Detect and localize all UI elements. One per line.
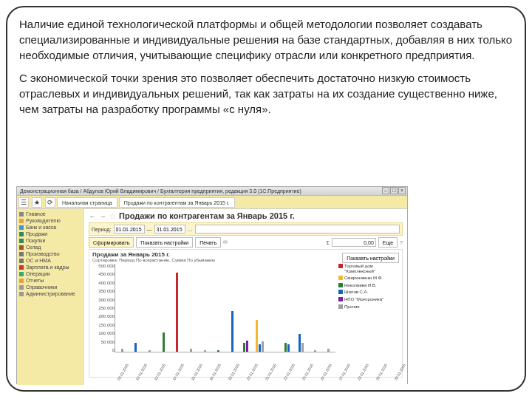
favorite-icon[interactable]: ☆ xyxy=(109,212,116,220)
menu-icon[interactable]: ☰ xyxy=(18,197,29,208)
bar-column xyxy=(267,264,281,352)
building-icon xyxy=(19,259,24,263)
tab-report[interactable]: Продажи по контрагентам за Январь 2015 г… xyxy=(119,197,235,208)
sidebar-item-cart[interactable]: Продажи xyxy=(19,231,81,237)
legend-color-icon xyxy=(338,264,343,268)
legend-item: НПО "Монтроника" xyxy=(338,297,399,302)
legend-color-icon xyxy=(338,290,343,294)
bar xyxy=(149,350,151,352)
sidebar-item-basket[interactable]: Покупки xyxy=(19,237,81,244)
bar xyxy=(301,343,304,352)
chart-settings-button[interactable]: Показать настройки xyxy=(342,253,399,263)
y-axis: 500 000450 000400 000350 000300 000250 0… xyxy=(92,264,115,352)
legend-item: Шилов С.А. xyxy=(338,290,399,295)
close-icon[interactable]: × xyxy=(398,187,406,194)
bar-column xyxy=(184,264,198,352)
bar xyxy=(190,349,192,352)
sidebar-item-book[interactable]: Справочники xyxy=(19,284,81,290)
bar-column xyxy=(198,264,212,352)
tab-home[interactable]: Начальная страница xyxy=(57,197,117,208)
sidebar-item-label: Банк и касса xyxy=(26,225,56,230)
bar-column xyxy=(157,264,171,352)
star-icon[interactable]: ★ xyxy=(32,197,42,208)
sidebar-item-gear[interactable]: Производство xyxy=(19,250,81,257)
legend-label: Торговый дом "Комплексный" xyxy=(344,264,399,273)
org-select[interactable] xyxy=(195,225,400,233)
bar xyxy=(243,343,245,352)
bar xyxy=(217,350,219,352)
bar-column xyxy=(239,264,253,352)
ops-icon xyxy=(19,272,24,276)
bar xyxy=(256,320,258,352)
date-picker-icon[interactable]: … xyxy=(188,227,193,232)
chart-bars xyxy=(115,264,335,352)
bar-column xyxy=(115,264,129,352)
bar-column xyxy=(129,264,143,352)
bar xyxy=(246,341,248,352)
sidebar-item-label: Администрирование xyxy=(26,291,75,296)
sidebar-item-people[interactable]: Зарплата и кадры xyxy=(19,264,81,270)
report-icon xyxy=(19,279,24,283)
show-settings-button[interactable]: Показать настройки xyxy=(136,237,193,248)
box-icon xyxy=(19,245,24,250)
window-titlebar: Демонстрационная база / Абдулов Юрий Вла… xyxy=(17,187,407,196)
bank-icon xyxy=(19,225,24,230)
history-icon[interactable]: ⟳ xyxy=(45,197,55,208)
chart-area: Продажи за Январь 2015 г. Сортировка: Пе… xyxy=(89,249,403,378)
people-icon xyxy=(19,265,24,270)
sidebar-item-wrench[interactable]: Администрирование xyxy=(19,290,81,297)
legend-label: Смирхниенко М.Ф. xyxy=(344,276,383,281)
legend-color-icon xyxy=(338,297,343,301)
bar xyxy=(287,344,290,352)
bar xyxy=(327,349,330,352)
wrench-icon xyxy=(19,292,24,296)
chart-icon xyxy=(19,219,24,223)
sidebar-item-report[interactable]: Отчеты xyxy=(19,277,81,284)
report-title: Продажи по контрагентам за Январь 2015 г… xyxy=(119,211,295,220)
sidebar-item-bank[interactable]: Банк и касса xyxy=(19,224,81,231)
sidebar: ГлавноеРуководителюБанк и кассаПродажиПо… xyxy=(17,209,83,385)
maximize-icon[interactable]: □ xyxy=(390,187,398,194)
bar-column xyxy=(294,264,308,352)
chart-title: Продажи за Январь 2015 г. xyxy=(92,251,215,258)
bar xyxy=(176,273,178,352)
sidebar-item-label: Операции xyxy=(26,271,50,276)
sidebar-item-building[interactable]: ОС и НМА xyxy=(19,257,81,264)
legend-color-icon xyxy=(338,283,343,287)
back-icon[interactable]: ← xyxy=(89,212,96,220)
chart-legend: Торговый дом "Комплексный"Смирхниенко М.… xyxy=(335,264,399,367)
sidebar-item-label: Руководителю xyxy=(26,218,61,223)
form-button[interactable]: Сформировать xyxy=(89,237,134,248)
sidebar-item-label: ОС и НМА xyxy=(26,258,51,263)
legend-label: Прочие xyxy=(344,304,360,310)
minimize-icon[interactable]: – xyxy=(382,187,389,194)
forward-icon[interactable]: → xyxy=(99,212,106,220)
chart-subtitle: Сортировка: Период По возрастанию, Сумма… xyxy=(92,258,215,262)
more-button[interactable]: Еще xyxy=(378,237,398,248)
help-icon[interactable]: ? xyxy=(400,240,403,245)
legend-color-icon xyxy=(338,304,343,309)
sidebar-item-ops[interactable]: Операции xyxy=(19,270,81,277)
bar xyxy=(163,332,165,352)
basket-icon xyxy=(19,239,24,243)
window-title: Демонстрационная база / Абдулов Юрий Вла… xyxy=(20,188,301,194)
date-to-input[interactable] xyxy=(154,225,185,233)
bar-column xyxy=(171,264,185,352)
sidebar-item-label: Производство xyxy=(26,251,60,256)
legend-label: Николаева И.В. xyxy=(344,283,377,288)
bar-column xyxy=(308,264,322,352)
bar xyxy=(204,350,206,352)
date-from-input[interactable] xyxy=(114,225,145,233)
gear-icon xyxy=(19,252,24,256)
bars-icon xyxy=(19,212,24,216)
sidebar-item-box[interactable]: Склад xyxy=(19,244,81,250)
bar xyxy=(121,349,123,352)
sidebar-item-chart[interactable]: Руководителю xyxy=(19,217,81,224)
book-icon xyxy=(19,285,24,290)
bar-column xyxy=(281,264,295,352)
sidebar-item-label: Отчеты xyxy=(26,278,44,283)
sidebar-item-label: Продажи xyxy=(26,231,47,236)
mail-icon[interactable]: ✉ xyxy=(223,239,228,245)
sidebar-item-bars[interactable]: Главное xyxy=(19,211,81,217)
print-button[interactable]: Печать xyxy=(195,237,221,248)
